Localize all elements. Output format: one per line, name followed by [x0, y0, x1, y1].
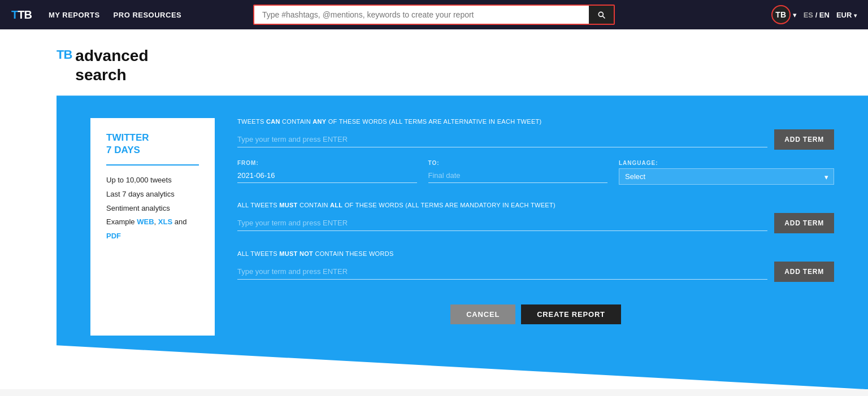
- lang-select-wrap: Select English Spanish French German Por…: [619, 168, 834, 185]
- cancel-button[interactable]: CANCEL: [450, 304, 515, 324]
- page-logo-icon: TB: [57, 47, 72, 62]
- header-currency[interactable]: EUR ▾: [836, 11, 857, 19]
- can-section: TWEETS CAN CONTAIN ANY OF THESE WORDS (A…: [237, 118, 834, 185]
- blue-panel: TWITTER 7 DAYS Up to 10,000 tweets Last …: [57, 95, 868, 389]
- must-input[interactable]: [237, 215, 767, 231]
- panel-inner: TWITTER 7 DAYS Up to 10,000 tweets Last …: [90, 118, 834, 336]
- create-report-button[interactable]: CREATE REPORT: [521, 304, 621, 324]
- header-right: TB ▾ ES / EN EUR ▾: [771, 5, 857, 24]
- lang-es[interactable]: ES: [804, 11, 813, 19]
- must-not-input-row: ADD TERM: [237, 262, 834, 282]
- search-bar: [253, 5, 615, 25]
- search-button[interactable]: [589, 6, 614, 24]
- feature-sentiment: Sentiment analytics: [106, 202, 199, 216]
- must-not-input[interactable]: [237, 264, 767, 280]
- must-not-label: ALL TWEETS MUST NOT CONTAIN THESE WORDS: [237, 250, 834, 257]
- header-lang: ES / EN: [804, 11, 830, 19]
- card-title: TWITTER 7 DAYS: [106, 132, 199, 156]
- lang-separator: /: [813, 11, 819, 19]
- from-field: FROM:: [237, 160, 417, 185]
- form-panel: TWEETS CAN CONTAIN ANY OF THESE WORDS (A…: [237, 118, 834, 336]
- must-section: ALL TWEETS MUST CONTAIN ALL OF THESE WOR…: [237, 202, 834, 233]
- lang-en[interactable]: EN: [819, 11, 830, 19]
- search-bar-wrapper: [253, 5, 615, 25]
- lang-label: LANGUAGE:: [619, 160, 834, 166]
- must-input-row: ADD TERM: [237, 213, 834, 233]
- avatar[interactable]: TB: [771, 5, 791, 24]
- action-buttons: CANCEL CREATE REPORT: [237, 304, 834, 336]
- from-input[interactable]: [237, 168, 417, 183]
- can-input[interactable]: [237, 132, 767, 147]
- card-divider: [106, 164, 199, 166]
- can-input-row: ADD TERM: [237, 129, 834, 150]
- twitter-card: TWITTER 7 DAYS Up to 10,000 tweets Last …: [90, 118, 215, 336]
- link-web[interactable]: WEB: [137, 217, 154, 226]
- logo: TTB: [11, 8, 32, 21]
- lang-field: LANGUAGE: Select English Spanish French …: [619, 160, 834, 185]
- to-label: TO:: [428, 160, 608, 166]
- date-lang-row: FROM: TO: LANGUAGE: Select: [237, 160, 834, 185]
- header: TTB MY REPORTS PRO RESOURCES TB ▾ ES / E…: [0, 0, 868, 29]
- avatar-chevron[interactable]: ▾: [793, 11, 797, 19]
- lang-select[interactable]: Select English Spanish French German Por…: [619, 168, 834, 185]
- from-label: FROM:: [237, 160, 417, 166]
- link-pdf[interactable]: PDF: [106, 232, 121, 240]
- nav: MY REPORTS PRO RESOURCES: [49, 11, 181, 19]
- must-label: ALL TWEETS MUST CONTAIN ALL OF THESE WOR…: [237, 202, 834, 208]
- card-features: Up to 10,000 tweets Last 7 days analytic…: [106, 173, 199, 243]
- must-not-add-term-button[interactable]: ADD TERM: [774, 262, 834, 282]
- nav-pro-resources[interactable]: PRO RESOURCES: [114, 11, 182, 19]
- feature-example: Example WEB, XLS and PDF: [106, 215, 199, 243]
- link-xls[interactable]: XLS: [158, 217, 172, 226]
- nav-my-reports[interactable]: MY REPORTS: [49, 11, 100, 19]
- to-input[interactable]: [428, 168, 608, 183]
- can-label: TWEETS CAN CONTAIN ANY OF THESE WORDS (A…: [237, 118, 834, 125]
- to-field: TO:: [428, 160, 608, 185]
- feature-analytics: Last 7 days analytics: [106, 188, 199, 202]
- can-add-term-button[interactable]: ADD TERM: [774, 129, 834, 150]
- page-title: advanced search: [75, 46, 148, 84]
- page-content: TB advanced search TWITTER 7 DAYS Up to …: [0, 29, 868, 389]
- must-add-term-button[interactable]: ADD TERM: [774, 213, 834, 233]
- must-not-section: ALL TWEETS MUST NOT CONTAIN THESE WORDS …: [237, 250, 834, 282]
- feature-tweets: Up to 10,000 tweets: [106, 173, 199, 188]
- search-input[interactable]: [254, 6, 589, 24]
